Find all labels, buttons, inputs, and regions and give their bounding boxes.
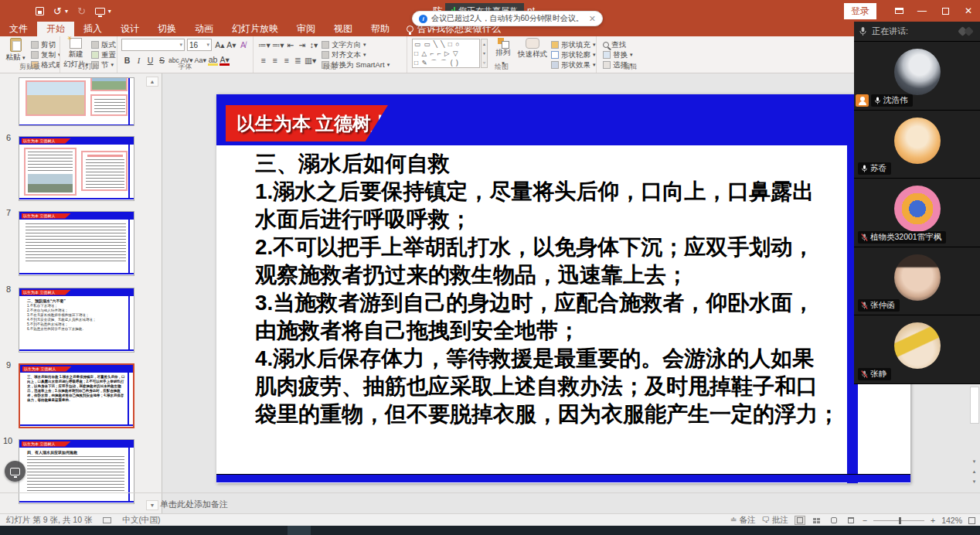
start-slideshow-icon[interactable] xyxy=(95,8,105,15)
slide-thumbnail-pane: ▲ 6 以生为本 立德树人 xyxy=(0,73,162,513)
replace-button[interactable]: 替换▾ xyxy=(603,49,633,60)
tab-file[interactable]: 文件 xyxy=(0,22,37,36)
slide-number-6: 6 xyxy=(6,133,11,142)
text-direction-icon xyxy=(322,41,329,49)
thumbnail-slide-9-selected[interactable]: 以生为本 立德树人 三、溺水后如何自救 1.溺水之后要保持镇定，尽量将头后仰，口… xyxy=(19,363,134,428)
login-button[interactable]: 登录 xyxy=(844,3,876,19)
toast-close-icon[interactable]: ✕ xyxy=(589,14,596,24)
meeting-floatball[interactable] xyxy=(5,461,26,482)
quick-access-toolbar: ↺▾ ↻ ▾ xyxy=(36,0,111,22)
qat-customize-icon[interactable]: ▾ xyxy=(108,8,111,15)
align-text-button[interactable]: 对齐文本▾ xyxy=(322,49,366,60)
thumbnail-slide-10[interactable]: 以生为本 立德树人 四、有人溺水后应该如何施救 xyxy=(19,439,134,504)
info-icon: i xyxy=(419,15,427,23)
thumbnail-slide-5[interactable] xyxy=(19,77,134,126)
normal-view-button[interactable] xyxy=(795,516,805,525)
zoom-in-button[interactable]: + xyxy=(931,516,935,525)
reset-button[interactable]: 重置 xyxy=(91,49,116,60)
notes-divider[interactable] xyxy=(0,492,980,493)
slide-line: 袋里的重物，但不要脱掉衣服，因为衣服能产生一定的浮力； xyxy=(255,400,847,428)
previous-slide-button[interactable]: ▲ xyxy=(970,468,978,476)
quick-styles-button[interactable]: 快速样式 xyxy=(516,38,550,60)
copy-button[interactable]: 复制▾ xyxy=(31,49,60,60)
minimize-button[interactable]: — xyxy=(910,0,934,22)
copy-icon xyxy=(31,51,39,59)
group-clipboard: 粘贴 ▾ 剪切 复制▾ 格式刷 剪贴板 xyxy=(0,36,60,73)
canvas-scrollbar[interactable] xyxy=(970,387,979,424)
mic-on-icon xyxy=(861,164,868,173)
undo-dropdown-icon[interactable]: ▾ xyxy=(65,8,68,15)
shape-fill-button[interactable]: 形状填充▾ xyxy=(551,39,596,50)
thumbnail-slide-7[interactable]: 以生为本 立德树人 xyxy=(19,211,134,276)
text-direction-button[interactable]: 文字方向▾ xyxy=(322,39,366,50)
thumbnail-slide-8[interactable]: 以生为本 立德树人 二、预防溺水“六不要” 1.不私自下水游泳； 2.不擅自与他… xyxy=(19,288,134,353)
tab-slideshow[interactable]: 幻灯片放映 xyxy=(223,22,288,36)
zoom-level[interactable]: 142% xyxy=(941,516,962,525)
participant-tile-1[interactable]: 沈浩伟 xyxy=(854,42,980,111)
find-button[interactable]: 查找 xyxy=(603,39,626,50)
display-settings-icon[interactable] xyxy=(103,517,111,523)
redo-icon[interactable]: ↻ xyxy=(77,5,86,17)
notes-placeholder[interactable]: 单击此处添加备注 xyxy=(160,499,228,510)
zoom-slider-thumb[interactable] xyxy=(899,517,901,524)
restore-button[interactable] xyxy=(934,0,957,22)
save-icon[interactable] xyxy=(36,7,44,15)
numbering-button[interactable]: ≕▾ xyxy=(272,39,284,50)
decrease-indent-button[interactable]: ⇤ xyxy=(286,39,296,50)
slide-body-text[interactable]: 三、溺水后如何自救 1.溺水之后要保持镇定，尽量将头后仰，口向上，口鼻露出 水面… xyxy=(255,150,847,428)
shape-outline-button[interactable]: 形状轮廓▾ xyxy=(551,49,596,60)
tab-design[interactable]: 设计 xyxy=(111,22,148,36)
tab-transitions[interactable]: 切换 xyxy=(148,22,185,36)
tab-animations[interactable]: 动画 xyxy=(185,22,223,36)
reading-view-button[interactable] xyxy=(829,516,839,525)
tab-home[interactable]: 开始 xyxy=(37,22,74,36)
tab-review[interactable]: 审阅 xyxy=(288,22,325,36)
thumb5-photo xyxy=(26,80,86,116)
zoom-out-button[interactable]: − xyxy=(863,516,867,525)
cut-button[interactable]: 剪切 xyxy=(31,39,56,50)
tab-help[interactable]: 帮助 xyxy=(362,22,399,36)
participant-tile-4[interactable]: 张仲函 xyxy=(854,247,980,316)
participant-avatar xyxy=(894,254,941,301)
font-name-combo[interactable]: ▾ xyxy=(121,39,185,51)
pane-scroll-up-icon[interactable]: ▲ xyxy=(146,77,158,87)
tab-view[interactable]: 视图 xyxy=(325,22,362,36)
pane-scroll-down-icon[interactable]: ▼ xyxy=(146,500,158,510)
undo-icon[interactable]: ↺ xyxy=(53,5,62,17)
thumbnail-slide-6[interactable]: 以生为本 立德树人 xyxy=(19,136,134,201)
layout-button[interactable]: 版式▾ xyxy=(91,39,117,50)
next-slide-button[interactable]: ▼ xyxy=(970,478,978,486)
close-button[interactable]: ✕ xyxy=(957,0,980,22)
group-paragraph: ≔▾ ≕▾ ⇤ ⇥ ↕▾ ≡ ≡ ≡ ≣ ▥▾ 文字方向▾ 对齐文本▾ 转换为 … xyxy=(254,36,407,73)
notes-toggle-button[interactable]: ≐ 备注 xyxy=(730,515,756,526)
slideshow-view-button[interactable] xyxy=(846,516,856,525)
participant-tile-5[interactable]: 张静 xyxy=(854,315,980,384)
comments-toggle-button[interactable]: 🗨 批注 xyxy=(761,515,788,526)
bullets-button[interactable]: ≔▾ xyxy=(258,39,271,50)
increase-indent-button[interactable]: ⇥ xyxy=(298,39,308,50)
slide-canvas[interactable]: 以生为本 立德树人 三、溺水后如何自救 1.溺水之后要保持镇定，尽量将头后仰，口… xyxy=(216,94,910,483)
shrink-font-button[interactable]: A▾ xyxy=(226,39,236,50)
grow-font-button[interactable]: A▴ xyxy=(215,39,225,50)
paste-button[interactable]: 粘贴 ▾ xyxy=(2,38,29,63)
participant-name-chip: 苏岙 xyxy=(858,162,891,175)
reset-icon xyxy=(91,51,99,59)
clear-formatting-button[interactable]: A̸ xyxy=(238,39,248,50)
taskbar-app-segment[interactable] xyxy=(288,526,311,535)
language-indicator[interactable]: 中文(中国) xyxy=(122,515,160,526)
scroll-down-icon[interactable]: ▼ xyxy=(970,458,978,466)
zoom-slider[interactable] xyxy=(873,520,924,521)
line-spacing-button[interactable]: ↕▾ xyxy=(309,39,319,50)
tab-insert[interactable]: 插入 xyxy=(74,22,111,36)
windows-taskbar[interactable] xyxy=(0,526,980,535)
replace-icon xyxy=(603,51,611,59)
participant-tile-2[interactable]: 苏岙 xyxy=(854,111,980,179)
meeting-header: 正在讲话: xyxy=(854,22,980,42)
slide-sorter-view-button[interactable] xyxy=(812,516,822,525)
ribbon-display-options-button[interactable] xyxy=(887,0,910,22)
participant-avatar xyxy=(894,49,941,95)
participant-tile-3[interactable]: 植物类32001雷宇枫 xyxy=(854,179,980,247)
font-size-combo[interactable]: 16▾ xyxy=(187,39,212,51)
fit-to-window-icon[interactable] xyxy=(968,517,975,524)
slide-line: 3.当施救者游到自己的身边时，应配合施救者，仰卧水面， xyxy=(255,289,847,317)
